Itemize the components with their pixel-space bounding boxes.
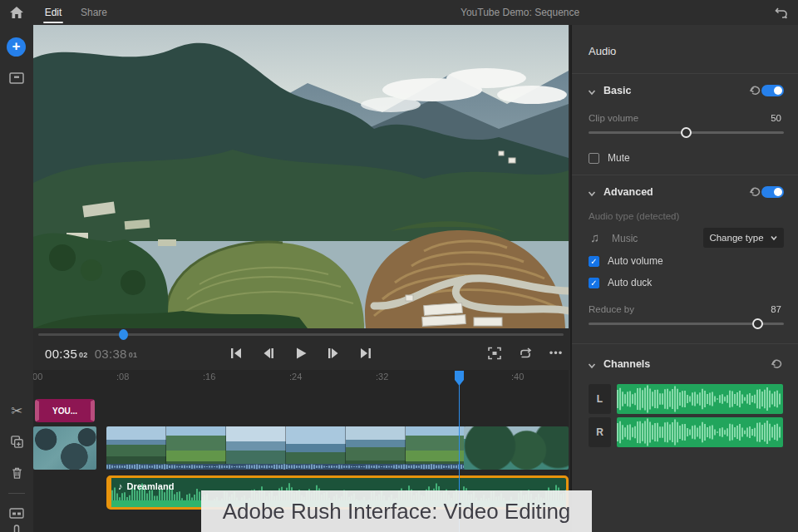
timecode-display: 00:350203:3801 (45, 347, 137, 361)
reduce-by-label: Reduce by (589, 304, 634, 314)
go-to-start-icon[interactable] (229, 346, 244, 361)
split-scissors-icon[interactable]: ✂ (0, 399, 33, 422)
basic-toggle[interactable] (761, 85, 784, 96)
adobe-rush-app: Edit Share YouTube Demo: Sequence + ✂ (0, 0, 798, 532)
preview-scrubber[interactable] (33, 328, 569, 340)
reduce-by-value: 87 (771, 304, 781, 314)
toggle-knob (774, 188, 782, 196)
panel-divider (572, 175, 798, 175)
panel-divider (572, 73, 798, 74)
channel-right-button[interactable]: R (589, 417, 611, 447)
channel-left-button[interactable]: L (589, 384, 611, 414)
channel-left-waveform (617, 384, 783, 414)
mute-label: Mute (608, 152, 630, 164)
ruler-tick: :16 (203, 372, 215, 382)
more-options-icon[interactable]: ••• (549, 346, 564, 361)
step-back-icon[interactable] (261, 346, 276, 361)
advanced-section-header[interactable]: Advanced (603, 186, 653, 198)
ruler-tick: :32 (376, 372, 388, 382)
audio-clip-title: ♪Dreamland (118, 481, 174, 491)
undo-icon[interactable] (773, 4, 790, 21)
scrubber-handle[interactable] (119, 329, 128, 340)
advanced-toggle[interactable] (761, 186, 784, 198)
clip-volume-slider[interactable] (589, 127, 784, 138)
toggle-knob (774, 86, 782, 95)
tab-edit[interactable]: Edit (43, 0, 63, 25)
go-to-end-icon[interactable] (358, 346, 373, 361)
preview-frame-landscape (33, 25, 569, 328)
mute-checkbox-row[interactable]: ✓ Mute (589, 152, 630, 164)
clip-audio-waveform (106, 464, 466, 470)
mic-icon[interactable] (0, 525, 33, 532)
audio-type-value: Music (612, 233, 638, 244)
player-right-controls: ••• (487, 346, 564, 361)
playhead-handle[interactable] (453, 370, 466, 387)
tab-share[interactable]: Share (80, 0, 108, 25)
change-type-button[interactable]: Change type (703, 228, 784, 248)
play-icon[interactable] (293, 346, 308, 361)
clip-volume-label: Clip volume (589, 113, 638, 123)
mute-checkbox[interactable]: ✓ (589, 153, 599, 164)
panel-divider (572, 343, 798, 344)
panel-title: Audio (589, 45, 616, 57)
sequence-title: YouTube Demo: Sequence (461, 0, 579, 25)
ruler-tick: :24 (289, 372, 302, 382)
reset-advanced-icon[interactable] (748, 186, 762, 199)
basic-section-header[interactable]: Basic (603, 85, 631, 96)
media-browser-icon[interactable] (0, 66, 33, 90)
auto-duck-row[interactable]: ✓ Auto duck (589, 277, 652, 288)
channels-section-header[interactable]: Channels (603, 358, 650, 370)
chevron-down-icon (770, 234, 778, 242)
ruler-tick: :08 (116, 372, 129, 382)
reset-channels-icon[interactable] (770, 358, 784, 371)
reset-basic-icon[interactable] (748, 85, 762, 97)
captions-icon[interactable] (0, 501, 33, 525)
loop-icon[interactable] (518, 346, 533, 361)
video-track (33, 426, 569, 470)
clip-volume-value: 50 (771, 113, 781, 123)
chevron-down-icon[interactable] (587, 361, 597, 371)
video-clip-aerial[interactable] (33, 426, 96, 470)
channel-right-row: R (589, 417, 783, 447)
step-forward-icon[interactable] (326, 346, 341, 361)
auto-volume-checkbox[interactable]: ✓ (589, 256, 599, 267)
delete-trash-icon[interactable] (0, 461, 33, 485)
audio-panel: Audio Basic Clip volume 50 ✓ Mute Advanc… (570, 25, 798, 532)
scrubber-track[interactable] (38, 333, 564, 336)
chevron-down-icon[interactable] (587, 189, 597, 199)
ruler-tick: :40 (511, 372, 524, 382)
video-preview[interactable] (33, 25, 569, 328)
music-note-icon: ♪ (118, 481, 123, 491)
video-clip-karst-islands[interactable] (464, 426, 569, 470)
toolbar-divider (8, 493, 25, 494)
duration-frames: 01 (129, 351, 138, 359)
duplicate-icon[interactable] (0, 430, 33, 453)
fullscreen-icon[interactable] (487, 346, 502, 361)
audio-type-label: Audio type (detected) (589, 211, 679, 221)
home-icon[interactable] (8, 5, 25, 20)
ruler-tick: :00 (33, 372, 42, 382)
add-media-button[interactable]: + (7, 37, 26, 57)
current-time: 00:35 (45, 347, 77, 361)
top-bar: Edit Share YouTube Demo: Sequence (0, 0, 798, 25)
auto-duck-checkbox[interactable]: ✓ (589, 278, 599, 288)
caption-overlay: Adobe Rush Interface: Video Editing (201, 490, 592, 532)
current-frames: 02 (79, 351, 88, 359)
duration-time: 03:38 (95, 347, 127, 361)
slider-handle[interactable] (681, 127, 692, 138)
channel-left-row: L (589, 384, 783, 414)
title-clip-label: YOU... (52, 406, 77, 416)
transport-controls (229, 346, 373, 361)
music-type-icon: ♫ (590, 230, 599, 244)
chevron-down-icon[interactable] (587, 87, 597, 97)
auto-volume-label: Auto volume (608, 255, 663, 267)
title-clip[interactable]: YOU... (35, 399, 95, 422)
player-controls: 00:350203:3801 (33, 340, 569, 370)
caption-text: Adobe Rush Interface: Video Editing (223, 499, 571, 525)
change-type-label: Change type (709, 233, 763, 243)
auto-volume-row[interactable]: ✓ Auto volume (589, 255, 663, 267)
auto-duck-label: Auto duck (608, 277, 652, 288)
slider-handle[interactable] (752, 318, 763, 329)
reduce-by-slider[interactable] (589, 318, 784, 329)
channel-right-waveform (617, 417, 783, 447)
